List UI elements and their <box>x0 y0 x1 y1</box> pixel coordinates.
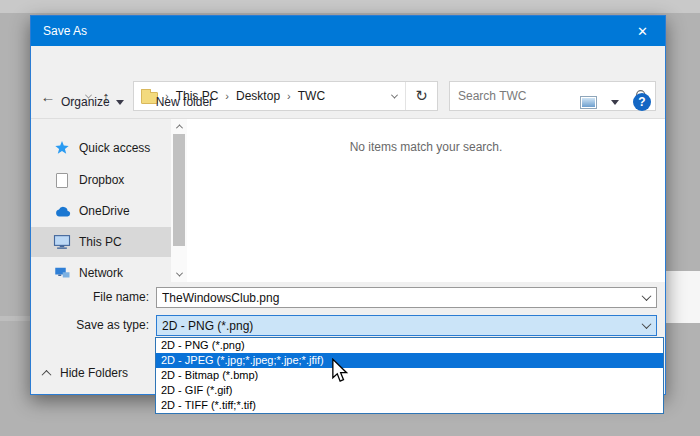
mouse-cursor-icon <box>331 358 349 387</box>
navigation-pane: Quick access Dropbox OneDrive Th <box>31 119 171 282</box>
content-area: Quick access Dropbox OneDrive Th <box>31 119 665 282</box>
save-as-type-label: Save as type: <box>31 315 149 336</box>
sidebar-item-label: OneDrive <box>79 204 130 218</box>
chevron-up-icon <box>175 124 182 131</box>
chevron-down-icon <box>641 319 651 329</box>
file-name-combo <box>156 287 657 308</box>
file-name-dropdown-button[interactable] <box>636 294 656 301</box>
empty-message: No items match your search. <box>187 140 665 154</box>
chevron-down-icon <box>641 291 651 301</box>
background-band <box>0 0 700 13</box>
network-icon <box>53 264 71 282</box>
dropdown-option-tiff[interactable]: 2D - TIFF (*.tiff;*.tif) <box>156 398 663 413</box>
save-as-type-value: 2D - PNG (*.png) <box>157 319 636 333</box>
background-artifact <box>0 316 30 321</box>
close-icon: ✕ <box>637 24 648 39</box>
new-folder-button[interactable]: New folder <box>156 95 213 109</box>
dropdown-arrow-icon <box>116 100 124 105</box>
save-as-type-dropdown-button[interactable] <box>636 322 656 329</box>
file-type-dropdown-list: 2D - PNG (*.png) 2D - JPEG (*.jpg;*.jpeg… <box>155 337 664 414</box>
file-list-pane: No items match your search. <box>187 119 665 282</box>
new-folder-label: New folder <box>156 95 213 109</box>
views-dropdown-button[interactable] <box>611 100 619 105</box>
help-icon: ? <box>638 95 645 109</box>
star-icon <box>53 139 71 157</box>
dropdown-option-jpeg[interactable]: 2D - JPEG (*.jpg;*.jpeg;*.jpe;*.jfif) <box>156 353 663 368</box>
address-row: ← → ↑ › This PC › Desktop › TWC ↻ <box>31 46 665 86</box>
chevron-up-icon <box>42 369 52 379</box>
dialog-title: Save As <box>31 24 87 38</box>
sidebar-scrollbar[interactable] <box>171 119 187 282</box>
page-icon <box>53 171 71 189</box>
dropdown-option-bitmap[interactable]: 2D - Bitmap (*.bmp) <box>156 368 663 383</box>
sidebar-item-dropbox[interactable]: Dropbox <box>31 165 171 195</box>
cloud-icon <box>53 202 71 220</box>
sidebar-item-this-pc[interactable]: This PC <box>31 227 171 257</box>
organize-label: Organize <box>61 95 110 109</box>
hide-folders-button[interactable]: Hide Folders <box>43 366 128 380</box>
scroll-up-button[interactable] <box>171 119 187 134</box>
sidebar-item-label: This PC <box>79 235 122 249</box>
sidebar-item-network[interactable]: Network <box>31 258 171 282</box>
toolbar-right: ? <box>580 93 651 111</box>
dropdown-option-png[interactable]: 2D - PNG (*.png) <box>156 338 663 353</box>
monitor-icon <box>53 233 71 251</box>
sidebar-item-label: Quick access <box>79 141 150 155</box>
organize-button[interactable]: Organize <box>61 95 124 109</box>
file-name-label: File name: <box>31 287 149 308</box>
hide-folders-label: Hide Folders <box>60 366 128 380</box>
save-as-type-combo[interactable]: 2D - PNG (*.png) <box>156 315 657 336</box>
dropdown-option-gif[interactable]: 2D - GIF (*.gif) <box>156 383 663 398</box>
scrollbar-thumb[interactable] <box>173 134 185 246</box>
title-bar: Save As ✕ <box>31 16 665 46</box>
sidebar-item-label: Dropbox <box>79 173 124 187</box>
close-button[interactable]: ✕ <box>620 16 665 46</box>
screen: ws Save As ✕ ← → ↑ › This PC › Desktop › <box>0 0 700 436</box>
sidebar-item-label: Network <box>79 266 123 280</box>
chevron-down-icon <box>175 270 182 277</box>
help-button[interactable]: ? <box>633 93 651 111</box>
file-name-input[interactable] <box>157 291 636 305</box>
sidebar-item-onedrive[interactable]: OneDrive <box>31 196 171 226</box>
thumbnail-icon <box>582 98 595 107</box>
sidebar-item-quick-access[interactable]: Quick access <box>31 133 171 163</box>
views-button[interactable] <box>580 96 597 109</box>
toolbar: Organize New folder ? <box>31 86 665 119</box>
scroll-down-button[interactable] <box>171 267 187 282</box>
